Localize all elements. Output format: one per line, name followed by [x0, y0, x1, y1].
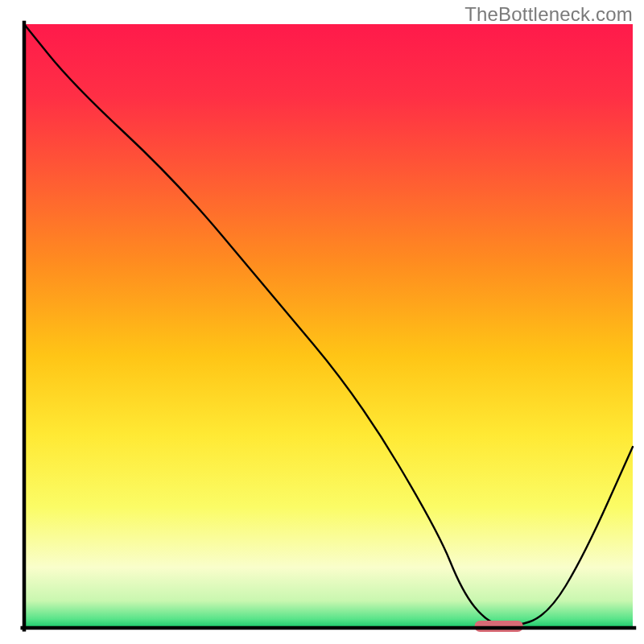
bottleneck-chart: [0, 0, 644, 644]
chart-container: TheBottleneck.com: [0, 0, 644, 644]
plot-background: [24, 24, 633, 628]
watermark-text: TheBottleneck.com: [464, 3, 633, 26]
